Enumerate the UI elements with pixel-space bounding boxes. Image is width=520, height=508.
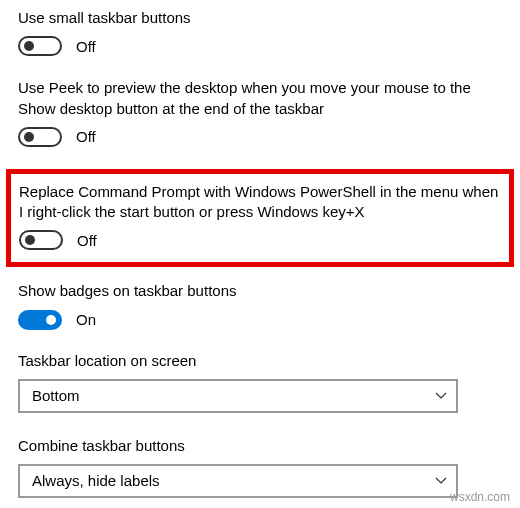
setting-label: Show badges on taskbar buttons	[18, 281, 502, 301]
dropdown-value: Bottom	[32, 387, 80, 404]
toggle-row: Off	[18, 36, 502, 56]
setting-small-taskbar: Use small taskbar buttons Off	[18, 8, 502, 56]
setting-label: Use Peek to preview the desktop when you…	[18, 78, 502, 119]
setting-replace-cmd: Replace Command Prompt with Windows Powe…	[19, 182, 501, 251]
dropdown-label: Combine taskbar buttons	[18, 437, 502, 454]
setting-taskbar-location: Taskbar location on screen Bottom	[18, 352, 502, 413]
setting-show-badges: Show badges on taskbar buttons On	[18, 281, 502, 329]
dropdown-value: Always, hide labels	[32, 472, 160, 489]
chevron-down-icon	[434, 389, 448, 403]
watermark-text: wsxdn.com	[450, 490, 510, 504]
toggle-row: Off	[19, 230, 501, 250]
toggle-replace-cmd[interactable]	[19, 230, 63, 250]
toggle-use-peek[interactable]	[18, 127, 62, 147]
toggle-row: Off	[18, 127, 502, 147]
toggle-state-text: On	[76, 311, 96, 328]
toggle-state-text: Off	[76, 128, 96, 145]
dropdown-taskbar-location[interactable]: Bottom	[18, 379, 458, 413]
dropdown-label: Taskbar location on screen	[18, 352, 502, 369]
toggle-row: On	[18, 310, 502, 330]
setting-combine-buttons: Combine taskbar buttons Always, hide lab…	[18, 437, 502, 498]
highlight-box: Replace Command Prompt with Windows Powe…	[6, 169, 514, 268]
toggle-show-badges[interactable]	[18, 310, 62, 330]
toggle-small-taskbar[interactable]	[18, 36, 62, 56]
dropdown-combine-buttons[interactable]: Always, hide labels	[18, 464, 458, 498]
toggle-state-text: Off	[76, 38, 96, 55]
setting-use-peek: Use Peek to preview the desktop when you…	[18, 78, 502, 147]
setting-label: Use small taskbar buttons	[18, 8, 502, 28]
chevron-down-icon	[434, 474, 448, 488]
toggle-state-text: Off	[77, 232, 97, 249]
setting-label: Replace Command Prompt with Windows Powe…	[19, 182, 501, 223]
